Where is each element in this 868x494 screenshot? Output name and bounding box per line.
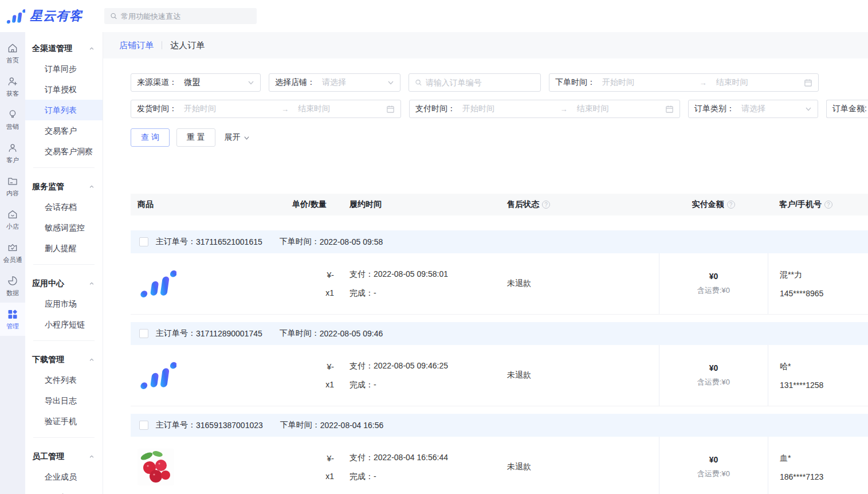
sidebar-item-miniprogram-shortlink[interactable]: 小程序短链 — [25, 314, 103, 335]
aftersale-status: 未退款 — [507, 279, 531, 289]
arrow-right-icon: → — [560, 105, 568, 113]
price-qty-cell: ¥- x1 — [292, 253, 349, 314]
sidebar-group-omnichannel[interactable]: 全渠道管理 — [25, 36, 103, 58]
search-icon — [415, 79, 422, 87]
customer-cell: 哈* 131****1258 — [768, 345, 868, 406]
quantity: x1 — [325, 472, 334, 481]
order-number-input[interactable] — [426, 78, 535, 87]
end-time-placeholder: 结束时间 — [298, 104, 386, 114]
sidebar-item-staff-tags[interactable]: 员工标签 — [25, 487, 103, 494]
chevron-up-icon — [89, 357, 95, 363]
order-row: ¥- x1 支付：2022-08-04 16:56:44 完成：- 未退款 ¥0 — [131, 437, 868, 494]
header-paid-amount: 实付金额 ? — [659, 199, 768, 210]
order-category-placeholder: 请选择 — [741, 104, 765, 114]
sidebar-group-download[interactable]: 下载管理 — [25, 347, 103, 370]
sidebar-item-company-members[interactable]: 企业成员 — [25, 466, 103, 487]
sidebar-item-trade-customer-insight[interactable]: 交易客户洞察 — [25, 141, 103, 162]
sidebar-group-app-center[interactable]: 应用中心 — [25, 270, 103, 293]
sidebar-item-order-list[interactable]: 订单列表 — [25, 100, 103, 120]
reset-button[interactable]: 重 置 — [176, 128, 215, 147]
help-icon[interactable]: ? — [727, 201, 735, 209]
order-number-search[interactable] — [409, 73, 541, 92]
chevron-up-icon — [89, 46, 95, 52]
rail-item-membership[interactable]: 会员通 — [0, 236, 25, 269]
sidebar-item-order-sync[interactable]: 订单同步 — [25, 58, 103, 79]
tab-influencer-orders[interactable]: 达人订单 — [170, 40, 205, 51]
tab-shop-orders[interactable]: 店铺订单 — [119, 40, 154, 51]
table-header-row: 商品 单价/数量 履约时间 售后状态 ? 实付金额 ? 客户/手机号 — [131, 194, 868, 215]
sidebar-item-file-list[interactable]: 文件列表 — [25, 370, 103, 390]
icon-rail: 首页 获客 营销 客户 内容 — [0, 32, 25, 494]
freight-included: 含运费:¥0 — [697, 285, 730, 296]
complete-time-value: - — [374, 288, 376, 297]
complete-time-label: 完成： — [349, 380, 374, 389]
ship-time-range[interactable]: 发货时间： 开始时间 → 结束时间 — [131, 100, 401, 118]
price-qty-cell: ¥- x1 — [292, 345, 349, 406]
rail-item-data[interactable]: 数据 — [0, 269, 25, 303]
divider — [33, 340, 95, 341]
query-button[interactable]: 查 询 — [131, 128, 170, 147]
product-cell — [131, 253, 292, 314]
rail-item-acquisition[interactable]: 获客 — [0, 70, 25, 103]
global-search-input[interactable] — [121, 12, 251, 21]
app-logo: 星云有客 — [6, 7, 104, 25]
sidebar-item-session-archive[interactable]: 会话存档 — [25, 197, 103, 217]
rail-item-shop[interactable]: 小店 — [0, 203, 25, 236]
rail-item-customers[interactable]: 客户 — [0, 136, 25, 170]
store-select[interactable]: 选择店铺： 请选择 — [269, 73, 400, 92]
pay-time-value: 2022-08-05 09:58:01 — [374, 269, 448, 279]
rail-label: 数据 — [6, 289, 19, 297]
sidebar-item-sensitive-words[interactable]: 敏感词监控 — [25, 217, 103, 238]
sidebar-item-order-auth[interactable]: 订单授权 — [25, 79, 103, 100]
order-time-label: 下单时间： — [555, 77, 595, 88]
filter-row-2: 发货时间： 开始时间 → 结束时间 支付时间： 开始时间 → 结束时 — [131, 100, 868, 118]
paid-amount: ¥0 — [709, 455, 718, 464]
order-checkbox[interactable] — [139, 329, 148, 338]
customer-name: 血* — [780, 453, 868, 464]
order-time-value: 2022-08-05 09:46 — [320, 329, 383, 338]
customer-phone: 145****8965 — [780, 289, 868, 298]
fulfill-time-cell: 支付：2022-08-04 16:56:44 完成：- — [349, 437, 507, 494]
help-icon[interactable]: ? — [542, 201, 550, 209]
sidebar-group-staff[interactable]: 员工管理 — [25, 444, 103, 466]
rail-label: 小店 — [6, 222, 19, 231]
rail-label: 内容 — [6, 189, 19, 198]
help-icon[interactable]: ? — [824, 201, 832, 209]
product-cell — [131, 437, 292, 494]
orders-page: 来源渠道： 微盟 选择店铺： 请选择 — [103, 58, 868, 494]
rail-item-content[interactable]: 内容 — [0, 170, 25, 203]
sidebar-group-title: 全渠道管理 — [32, 44, 72, 54]
rail-item-management[interactable]: 管理 — [0, 303, 25, 336]
user-add-icon — [7, 76, 18, 87]
sidebar-group-service-monitor[interactable]: 服务监管 — [25, 174, 103, 197]
orders-table: 商品 单价/数量 履约时间 售后状态 ? 实付金额 ? 客户/手机号 — [131, 194, 868, 494]
order-checkbox[interactable] — [139, 237, 148, 246]
order-checkbox[interactable] — [139, 421, 148, 430]
rail-label: 会员通 — [3, 256, 22, 264]
sidebar-item-export-log[interactable]: 导出日志 — [25, 390, 103, 411]
sidebar-item-removal-reminder[interactable]: 删人提醒 — [25, 238, 103, 258]
order-no-label: 主订单号： — [156, 328, 196, 339]
start-time-placeholder: 开始时间 — [602, 77, 690, 88]
pay-time-range[interactable]: 支付时间： 开始时间 → 结束时间 — [409, 100, 680, 118]
quantity: x1 — [325, 288, 334, 297]
global-search[interactable] — [104, 8, 257, 24]
sidebar-item-app-market[interactable]: 应用市场 — [25, 293, 103, 314]
rail-label: 管理 — [6, 322, 19, 331]
order-time-range[interactable]: 下单时间： 开始时间 → 结束时间 — [549, 73, 819, 92]
source-channel-select[interactable]: 来源渠道： 微盟 — [131, 73, 261, 92]
fulfill-time-cell: 支付：2022-08-05 09:46:25 完成：- — [349, 345, 507, 406]
expand-toggle[interactable]: 展开 — [225, 132, 250, 143]
header-fulfill-time: 履约时间 — [349, 199, 507, 210]
sidebar-item-verify-phone[interactable]: 验证手机 — [25, 411, 103, 432]
rail-item-home[interactable]: 首页 — [0, 37, 25, 70]
chevron-down-icon — [243, 135, 250, 141]
order-amount-filter[interactable]: 订单金额: — [826, 100, 868, 118]
rail-item-marketing[interactable]: 营销 — [0, 103, 25, 136]
shop-icon — [7, 209, 18, 220]
chevron-down-icon — [248, 79, 254, 86]
sidebar-item-trade-customers[interactable]: 交易客户 — [25, 120, 103, 141]
order-category-select[interactable]: 订单类别： 请选择 — [688, 100, 818, 118]
order-group-header: 主订单号： 317116521001615 下单时间： 2022-08-05 0… — [131, 230, 868, 253]
order-time-value: 2022-08-04 16:56 — [320, 421, 384, 430]
